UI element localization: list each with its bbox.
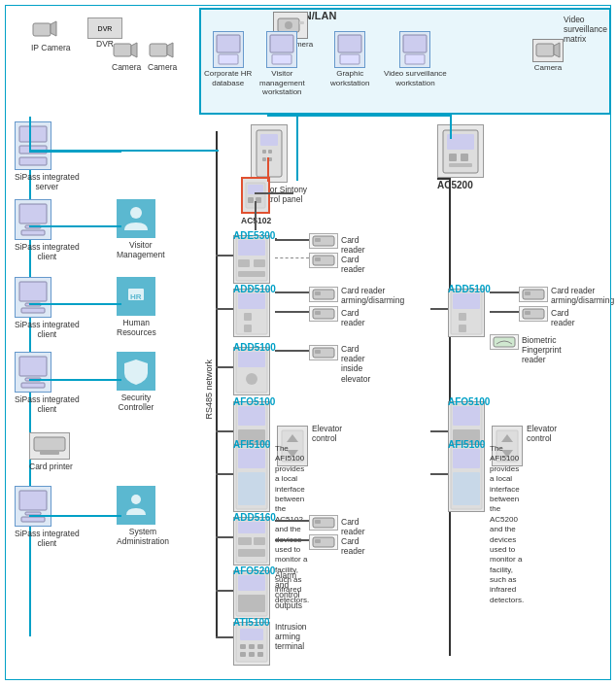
svg-rect-61 [315,238,321,242]
add5160-h-line [216,536,233,538]
security-controller-icon [117,352,155,391]
sipass-client-3-label: SiPass integratedclient [15,394,80,414]
human-resources-device: HR HumanResources [117,277,156,337]
svg-rect-21 [19,157,47,165]
svg-rect-111 [525,291,530,295]
sipass-client-2-icon [15,277,51,318]
add5100-right-h1 [490,291,519,293]
svg-rect-38 [21,517,45,522]
afi5100-right-h-line [430,473,448,475]
afo5200-product-label: AFO5200 [233,565,275,576]
svg-rect-78 [238,406,265,426]
svg-marker-12 [554,43,560,57]
wan-to-center-v-line [296,115,298,181]
add5160-product-label: ADD5160 [233,512,276,523]
ade5300-h-line [216,255,233,257]
video-surv-matrix-label: Videosurveillancematrix [564,15,607,45]
ade5300-product-label: ADE5300 [233,230,275,241]
add5160-card-label-2: Card reader [341,536,365,556]
visitor-mgmt-left-device: VisitorManagement [117,199,165,259]
corporate-hr-device: Corporate HRdatabase [204,31,252,87]
security-controller-label: SecurityController [117,393,155,412]
svg-rect-99 [240,629,263,640]
svg-rect-102 [257,644,263,649]
left-to-server-h [29,151,121,153]
system-admin-device: SystemAdministration [117,486,169,546]
afo5100-h-line [216,430,233,432]
add5100-1-arming-label: Card readerarming/disarming [341,286,404,305]
svg-rect-36 [19,491,47,510]
security-controller-device: SecurityController [117,352,155,412]
svg-rect-122 [453,449,480,468]
svg-rect-87 [238,522,265,533]
svg-rect-107 [453,293,480,309]
svg-marker-16 [131,43,137,57]
add5100-1-product-label: ADD5100 [233,284,276,294]
sipass-server-device: SiPass integratedserver [15,121,80,191]
system-admin-label: SystemAdministration [117,527,169,546]
svg-rect-10 [405,54,425,64]
svg-rect-4 [219,54,238,64]
camera-1-device: Camera [112,41,141,72]
add5100-right-card-icon-2 [519,306,548,322]
afi5100-product-label: AFI5100 [233,439,270,450]
svg-rect-85 [238,472,265,505]
sipass-server-icon [15,121,51,170]
svg-rect-3 [217,35,240,52]
left-to-client3-h [29,379,121,381]
sipass-client-3-device: SiPass integratedclient [15,352,80,414]
add5160-card-label-1: Card reader [341,517,365,536]
afi5100-right-icon [448,444,485,512]
ac5102-to-rs485-h [255,192,293,194]
svg-rect-22 [19,204,47,223]
spc-panel-icon [251,124,288,183]
add5100-2-card-icon [309,345,338,360]
left-to-client1-h [29,225,121,227]
corporate-hr-icon [213,31,244,68]
afo5100-right-elevator-label: Elevatorcontrol [527,424,557,443]
spc-to-ac5102-line [267,157,269,182]
video-surv-ws-icon [399,31,430,68]
left-to-client2-h [29,303,121,305]
sipass-client-3-icon [15,352,51,393]
svg-rect-89 [254,537,265,545]
add5100-right-product-label: ADD5100 [448,284,491,294]
svg-rect-52 [449,154,457,161]
svg-rect-71 [315,311,321,315]
add5100-right-biometric-label: Biometric Fingerprint reader [522,335,562,364]
ade5300-card-icon-1 [309,233,338,249]
server-v-line [29,117,31,150]
human-resources-icon: HR [117,277,155,316]
ac5200-to-rs485-line [437,178,451,180]
svg-rect-109 [459,325,466,332]
afo5100-product-label: AFO5100 [233,396,275,407]
add5100-right-arming-label: Card readerarming/disarming [551,286,614,305]
svg-rect-116 [453,406,480,426]
card-printer-icon [29,432,70,460]
camera-2-label: Camera [148,62,177,72]
svg-rect-28 [21,308,45,313]
wan-to-spc-h-line [267,115,298,117]
add5100-2-icon [233,347,270,395]
wan-to-ac5200-v-line [450,115,452,139]
afi5100-right-product-label: AFI5100 [448,439,485,450]
visitor-mgmt-device: Visitormanagementworkstation [259,31,305,97]
svg-rect-44 [262,157,266,161]
add5100-1-h2 [275,311,309,313]
svg-rect-6 [272,54,291,64]
svg-rect-57 [238,259,250,267]
svg-rect-65 [238,293,265,309]
ati5100-icon [233,622,270,666]
svg-rect-11 [536,44,554,56]
ade5300-card-label-2: Card reader [341,255,365,274]
add5160-icon [233,517,270,565]
ade5300-h1 [275,239,309,241]
camera-2-device: Camera [148,41,177,72]
ac5102-to-rs485-line [255,201,257,230]
ade5300-card-icon-2 [309,253,338,268]
add5100-right-biometric-icon [490,334,519,350]
svg-rect-17 [150,44,167,56]
visitor-mgmt-left-icon [117,199,155,238]
afi5100-h-line [216,473,233,475]
svg-rect-24 [21,230,45,235]
